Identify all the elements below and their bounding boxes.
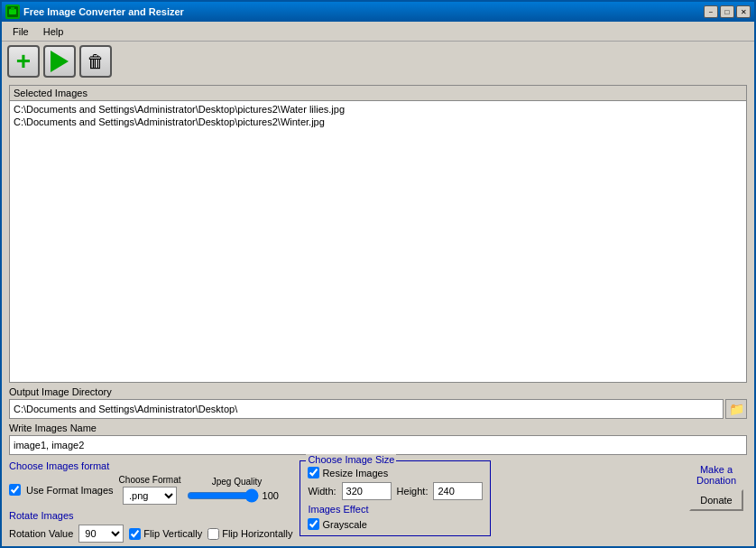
minimize-button[interactable]: − <box>704 5 718 18</box>
trash-icon: 🗑 <box>87 51 105 72</box>
menu-file[interactable]: File <box>5 24 36 39</box>
resize-images-checkbox[interactable] <box>308 467 319 478</box>
use-format-label: Use Format Images <box>26 485 114 496</box>
rotate-section: Rotate Images Rotation Value 0 90 180 27… <box>9 510 292 543</box>
list-item[interactable]: C:\Documents and Settings\Administrator\… <box>12 116 744 128</box>
format-section: Choose Images format Use Format Images C… <box>9 460 292 543</box>
image-size-title: Choose Image Size <box>306 454 396 465</box>
output-dir-input[interactable] <box>9 399 724 419</box>
rotation-label: Rotation Value <box>9 528 73 539</box>
close-button[interactable]: ✕ <box>736 5 751 18</box>
width-label: Width: <box>308 486 336 497</box>
height-input[interactable] <box>433 482 483 500</box>
add-icon: + <box>16 49 31 74</box>
flip-vertically-checkbox[interactable] <box>129 528 141 540</box>
flip-vertically-label[interactable]: Flip Vertically <box>129 528 202 540</box>
donate-link[interactable]: Make a Donation <box>696 464 736 486</box>
jpeg-quality-slider[interactable] <box>187 488 259 503</box>
use-format-checkbox[interactable] <box>9 484 21 496</box>
resize-images-label: Resize Images <box>322 468 388 478</box>
images-effect-title: Images Effect <box>308 504 483 515</box>
browse-button[interactable]: 📁 <box>725 399 747 419</box>
maximize-button[interactable]: □ <box>720 5 734 18</box>
choose-format-label: Choose Format <box>119 475 181 485</box>
app-icon <box>5 5 20 19</box>
toolbar: + 🗑 <box>2 42 754 81</box>
main-window: Free Image Converter and Resizer − □ ✕ F… <box>0 0 756 548</box>
main-content: Selected Images C:\Documents and Setting… <box>2 81 754 546</box>
delete-button[interactable]: 🗑 <box>79 45 112 78</box>
resize-checkbox-row: Resize Images <box>308 467 483 478</box>
window-title: Free Image Converter and Resizer <box>23 6 704 17</box>
file-list-body[interactable]: C:\Documents and Settings\Administrator\… <box>10 101 746 382</box>
flip-horizontally-checkbox[interactable] <box>207 528 219 540</box>
rotate-row: Rotation Value 0 90 180 270 Flip Vertica… <box>9 525 292 543</box>
donate-link-line1: Make a <box>700 464 733 475</box>
grayscale-checkbox[interactable] <box>308 518 319 530</box>
jpeg-quality-label: Jpeg Quality <box>212 477 263 487</box>
add-button[interactable]: + <box>7 45 40 78</box>
bottom-section: Output Image Directory 📁 Write Images Na… <box>9 386 747 543</box>
rotation-select[interactable]: 0 90 180 270 <box>78 525 124 543</box>
write-name-label: Write Images Name <box>9 423 747 433</box>
jpeg-quality-value: 100 <box>263 490 288 501</box>
donate-section: Make a Donation Donate <box>686 460 747 515</box>
folder-icon: 📁 <box>729 402 744 416</box>
size-fields: Width: Height: <box>308 482 483 500</box>
grayscale-label[interactable]: Grayscale <box>308 518 483 530</box>
run-icon <box>51 51 69 72</box>
menu-help[interactable]: Help <box>36 24 71 39</box>
file-list-header: Selected Images <box>10 86 746 101</box>
jpeg-quality-slider-container: 100 <box>187 488 288 503</box>
images-effect-section: Images Effect Grayscale <box>308 504 483 530</box>
output-dir-row: 📁 <box>9 399 747 419</box>
title-bar: Free Image Converter and Resizer − □ ✕ <box>2 2 754 22</box>
file-list-section: Selected Images C:\Documents and Setting… <box>9 85 747 383</box>
donate-button[interactable]: Donate <box>689 489 743 511</box>
output-dir-label: Output Image Directory <box>9 386 747 397</box>
list-item[interactable]: C:\Documents and Settings\Administrator\… <box>12 103 744 116</box>
format-select[interactable]: .png .jpg .bmp .gif .tiff <box>123 487 177 505</box>
height-label: Height: <box>397 486 429 497</box>
menu-bar: File Help <box>2 22 754 42</box>
write-name-input[interactable] <box>9 435 747 455</box>
width-input[interactable] <box>342 482 392 500</box>
image-size-section: Choose Image Size Resize Images Width: H… <box>300 460 491 536</box>
format-section-title: Choose Images format <box>9 460 292 471</box>
window-controls: − □ ✕ <box>704 5 751 18</box>
rotate-section-title: Rotate Images <box>9 510 292 521</box>
run-button[interactable] <box>43 45 76 78</box>
flip-horizontally-label[interactable]: Flip Horizontally <box>207 528 292 540</box>
options-row: Choose Images format Use Format Images C… <box>9 460 747 543</box>
donate-link-line2: Donation <box>696 475 736 486</box>
svg-rect-2 <box>11 7 14 10</box>
